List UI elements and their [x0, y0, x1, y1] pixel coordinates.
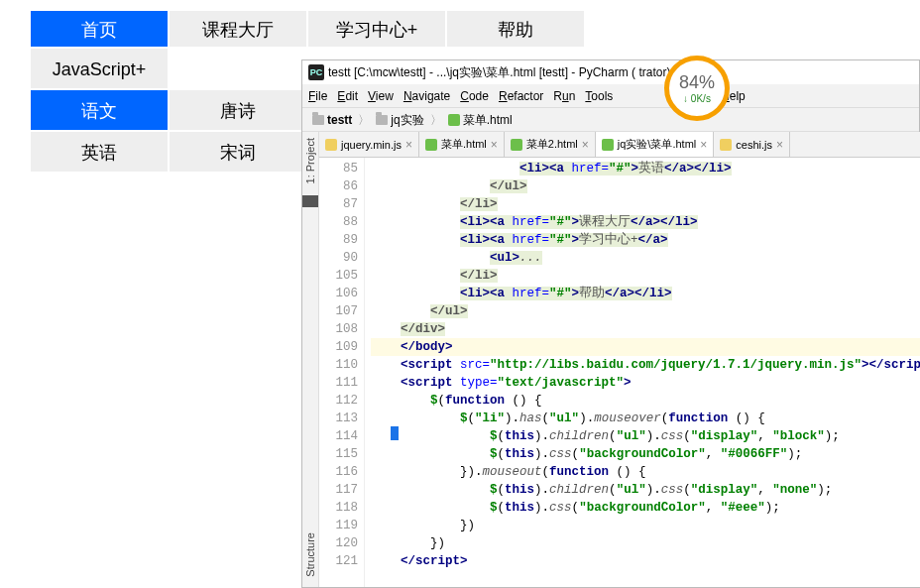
crumb-root[interactable]: testt	[308, 108, 356, 132]
sidebar-project-tab[interactable]: 1: Project	[302, 132, 318, 189]
submenu-english[interactable]: 英语	[30, 131, 169, 173]
close-icon[interactable]: ×	[776, 138, 783, 152]
js-icon	[325, 139, 337, 151]
tab-menu[interactable]: 菜单.html×	[419, 132, 505, 157]
gutter: 8586878889901051061071081091101111121131…	[319, 158, 365, 587]
project-icon	[302, 195, 318, 207]
close-icon[interactable]: ×	[582, 138, 589, 152]
submenu-javascript[interactable]: JavaScript+	[30, 48, 169, 89]
net-gauge: 84% ↓ 0K/s	[664, 56, 730, 121]
html-icon	[511, 139, 522, 151]
submenu-yuwen[interactable]: 语文	[30, 89, 169, 131]
folder-icon	[312, 115, 324, 125]
html-icon	[448, 114, 460, 126]
submenu-tangshi[interactable]: 唐诗	[169, 89, 307, 131]
menu-code[interactable]: Code	[460, 84, 489, 107]
tab-menu2[interactable]: 菜单2.html×	[505, 132, 596, 157]
editor-tabs: jquery.min.js× 菜单.html× 菜单2.html× jq实验\菜…	[319, 132, 920, 158]
nav-study-center[interactable]: 学习中心+	[307, 10, 446, 48]
code-editor[interactable]: 8586878889901051061071081091101111121131…	[319, 158, 920, 587]
html-icon	[425, 139, 437, 151]
menu-navigate[interactable]: Navigate	[403, 84, 450, 107]
editor-zone: jquery.min.js× 菜单.html× 菜单2.html× jq实验\菜…	[319, 132, 920, 587]
gauge-rate: ↓ 0K/s	[683, 93, 711, 104]
close-icon[interactable]: ×	[491, 138, 498, 152]
folder-icon	[376, 115, 388, 125]
pycharm-icon: PC	[308, 64, 324, 80]
tab-jquery[interactable]: jquery.min.js×	[319, 132, 419, 157]
sidebar-structure-tab[interactable]: Structure	[302, 527, 318, 583]
ide-window: PC testt [C:\mcw\testt] - ...\jq实验\菜单.ht…	[301, 59, 920, 588]
ide-titlebar: PC testt [C:\mcw\testt] - ...\jq实验\菜单.ht…	[302, 60, 919, 84]
crumb-folder[interactable]: jq实验	[372, 108, 427, 132]
close-icon[interactable]: ×	[700, 138, 707, 152]
menu-view[interactable]: View	[368, 84, 394, 107]
top-nav: 首页 课程大厅 学习中心+ 帮助	[30, 10, 585, 48]
tab-jqmenu[interactable]: jq实验\菜单.html×	[596, 132, 714, 157]
ide-menubar: File Edit View Navigate Code Refactor Ru…	[302, 84, 919, 108]
sub-menu: JavaScript+ 语文 唐诗 英语 宋词	[30, 48, 307, 173]
close-icon[interactable]: ×	[405, 138, 412, 152]
menu-run[interactable]: Run	[553, 84, 575, 107]
crumb-file[interactable]: 菜单.html	[444, 108, 517, 132]
menu-file[interactable]: File	[308, 84, 327, 107]
sidebar-left: 1: Project Structure	[302, 132, 319, 587]
nav-help[interactable]: 帮助	[446, 10, 585, 48]
gauge-pct: 84%	[679, 72, 715, 93]
submenu-songci[interactable]: 宋词	[169, 131, 307, 173]
menu-refactor[interactable]: Refactor	[499, 84, 543, 107]
js-icon	[720, 139, 732, 151]
code-lines[interactable]: <li><a href="#">英语</a></li> </ul> </li> …	[365, 158, 920, 587]
nav-course-hall[interactable]: 课程大厅	[169, 10, 307, 48]
caret-mark	[391, 426, 399, 440]
breadcrumb: testt 〉 jq实验 〉 菜单.html	[302, 108, 919, 132]
tab-ceshi[interactable]: ceshi.js×	[714, 132, 790, 157]
menu-tools[interactable]: Tools	[585, 84, 613, 107]
nav-home[interactable]: 首页	[30, 10, 169, 48]
ide-title-text: testt [C:\mcw\testt] - ...\jq实验\菜单.html …	[328, 60, 670, 84]
menu-edit[interactable]: Edit	[337, 84, 358, 107]
html-icon	[602, 139, 614, 151]
